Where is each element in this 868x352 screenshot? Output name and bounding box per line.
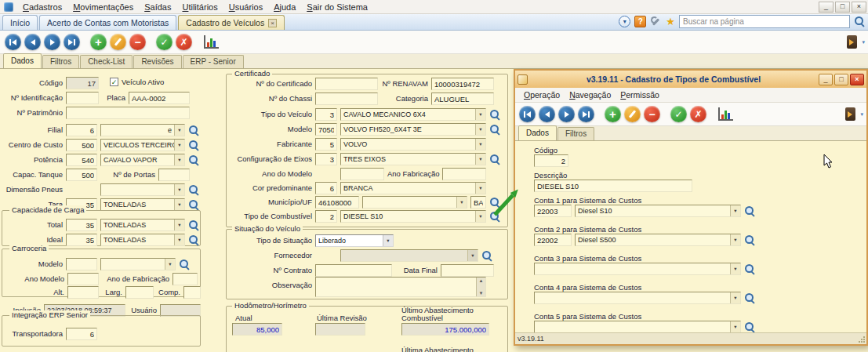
menu-saidas[interactable]: Saídas (139, 2, 176, 13)
chevron-down-icon[interactable]: ▾ (730, 321, 740, 332)
chevron-down-icon[interactable]: ▾ (174, 199, 184, 210)
menu-utilitarios[interactable]: Utilitários (176, 2, 223, 13)
no-renavam-field[interactable] (431, 78, 494, 90)
chevron-down-icon[interactable]: ▾ (174, 140, 184, 151)
no-identificacao-field[interactable] (66, 92, 99, 104)
chevron-down-icon[interactable]: ▾ (475, 109, 485, 120)
popup-confirm-button[interactable]: ✓ (670, 106, 687, 122)
chevron-down-icon[interactable]: ▾ (475, 211, 485, 222)
filial-code-field[interactable] (66, 124, 97, 136)
scroll-up-icon[interactable]: ▲ (477, 278, 485, 284)
cancel-button[interactable]: ✗ (176, 34, 192, 50)
conta1-combo[interactable]: Diesel S10▾ (575, 205, 741, 217)
centro-custo-lookup-icon[interactable] (188, 140, 200, 151)
help-button[interactable]: ? (634, 16, 646, 27)
page-search-icon[interactable] (854, 16, 866, 27)
alt-field[interactable] (67, 286, 99, 299)
subtab-check-list[interactable]: Check-List (80, 55, 133, 68)
placa-field[interactable] (129, 92, 190, 104)
cor-code-field[interactable] (315, 182, 337, 194)
popup-minimize-button[interactable]: _ (819, 74, 833, 85)
popup-first-record-button[interactable] (519, 106, 536, 122)
chevron-down-icon[interactable]: ▾ (730, 234, 740, 245)
chevron-down-icon[interactable]: ▾ (174, 184, 184, 195)
no-contrato-field[interactable] (315, 264, 392, 277)
popup-exit-button[interactable] (845, 107, 855, 121)
chevron-down-icon[interactable]: ▾ (174, 220, 184, 230)
centro-custo-combo[interactable]: VEICULOS TERCEIROS ARARAS▾ (100, 139, 185, 151)
tab-acerto-de-contas[interactable]: Acerto de Contas com Motoristas (39, 15, 176, 30)
popup-add-record-button[interactable]: + (605, 106, 621, 122)
next-record-button[interactable] (44, 34, 60, 50)
combustivel-combo[interactable]: DIESEL S10▾ (340, 210, 486, 223)
restore-button[interactable]: □ (835, 2, 850, 13)
no-portas-field[interactable] (158, 169, 190, 181)
conta2-code-field[interactable] (534, 234, 572, 246)
tab-list-dropdown-icon[interactable]: ▾ (619, 16, 630, 27)
menu-movimentacoes[interactable]: Movimentações (67, 2, 139, 13)
centro-custo-code-field[interactable] (66, 139, 97, 151)
popup-last-record-button[interactable] (578, 106, 594, 122)
menu-ajuda[interactable]: Ajuda (268, 2, 301, 13)
carga-ideal-code-field[interactable] (66, 234, 97, 246)
transportadora-field[interactable] (66, 328, 97, 340)
minimize-button[interactable]: _ (819, 2, 833, 13)
first-record-button[interactable] (5, 34, 21, 50)
carroceria-modelo-combo[interactable]: ▾ (100, 258, 176, 270)
close-button[interactable]: × (852, 2, 866, 13)
menu-sair-do-sistema[interactable]: Sair do Sistema (301, 2, 373, 13)
potencia-code-field[interactable] (66, 154, 97, 166)
popup-previous-record-button[interactable] (539, 106, 555, 122)
conta2-lookup-icon[interactable] (744, 234, 756, 246)
conta1-lookup-icon[interactable] (744, 205, 756, 217)
conta4-combo[interactable]: ▾ (534, 292, 741, 304)
delete-record-button[interactable]: − (129, 34, 146, 50)
ano-modelo-field[interactable] (67, 273, 99, 285)
carga-ideal-combo[interactable]: TONELADAS▾ (100, 234, 185, 246)
municipio-code-field[interactable] (315, 196, 359, 209)
popup-cancel-button[interactable]: ✗ (690, 106, 706, 122)
conta1-code-field[interactable] (534, 205, 572, 217)
tara-lookup-icon[interactable] (188, 199, 200, 211)
tipo-veiculo-lookup-icon[interactable] (489, 109, 501, 121)
conta3-lookup-icon[interactable] (744, 263, 756, 275)
toolbar-overflow-chevron-icon[interactable]: ▾ (862, 39, 865, 45)
veiculo-ativo-checkbox[interactable]: ✓ Veículo Ativo (110, 78, 164, 86)
potencia-combo[interactable]: CAVALO VAPOR▾ (100, 154, 185, 166)
subtab-erp-senior[interactable]: ERP - Senior (183, 55, 244, 68)
carga-ideal-lookup-icon[interactable] (188, 234, 200, 246)
popup-descricao-field[interactable] (534, 180, 692, 192)
popup-menu-navegacao[interactable]: Navegação (565, 89, 616, 100)
cert-ano-fabricacao-field[interactable] (442, 168, 486, 180)
observacao-field[interactable]: ▲ ▼ (315, 277, 486, 297)
config-eixos-lookup-icon[interactable] (489, 154, 501, 165)
no-chassi-field[interactable] (315, 93, 378, 105)
chart-button[interactable] (204, 35, 219, 49)
scroll-down-icon[interactable]: ▼ (477, 290, 485, 296)
cor-combo[interactable]: BRANCA▾ (340, 182, 486, 194)
chevron-down-icon[interactable]: ▾ (730, 205, 740, 216)
config-eixos-combo[interactable]: TRES EIXOS▾ (340, 153, 486, 165)
popup-menu-operacao[interactable]: Operação (519, 89, 565, 100)
conta4-lookup-icon[interactable] (744, 292, 756, 304)
chevron-down-icon[interactable]: ▾ (475, 139, 485, 150)
resize-grip[interactable] (858, 336, 866, 343)
chevron-down-icon[interactable]: ▾ (174, 234, 184, 245)
popup-titlebar[interactable]: v3.19.11 - Cadastro de Tipos de Combustí… (515, 71, 866, 88)
page-search-input[interactable] (679, 15, 850, 28)
tipo-veiculo-combo[interactable]: CAVALO MECANICO 6X4▾ (340, 108, 486, 121)
modelo-combo[interactable]: VOLVO FH520_6X4T 3E▾ (340, 123, 486, 136)
categoria-field[interactable] (431, 93, 494, 105)
dimensao-pneus-lookup-icon[interactable] (188, 184, 200, 196)
tools-wrench-icon[interactable] (650, 16, 662, 27)
popup-close-button[interactable]: × (850, 74, 864, 85)
popup-edit-record-button[interactable] (624, 106, 641, 122)
no-certificado-field[interactable] (315, 78, 378, 90)
chevron-down-icon[interactable]: ▾ (174, 125, 184, 136)
dimensao-pneus-combo[interactable]: ▾ (100, 183, 185, 196)
tipo-situacao-combo[interactable]: Liberado▾ (315, 234, 394, 247)
fabricante-code-field[interactable] (315, 138, 337, 151)
conta5-combo[interactable]: ▾ (534, 321, 741, 333)
add-record-button[interactable]: + (90, 34, 107, 50)
ano-fabricacao-field[interactable] (173, 273, 198, 285)
